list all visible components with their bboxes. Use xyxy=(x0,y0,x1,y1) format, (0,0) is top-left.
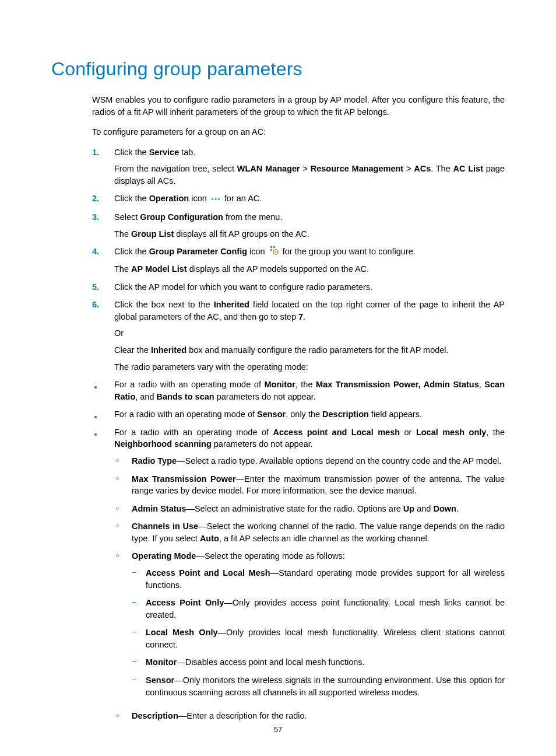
bold: Sensor xyxy=(146,676,174,685)
bold: Monitor xyxy=(265,380,295,389)
text: icon xyxy=(189,194,209,203)
text: The radio parameters vary with the opera… xyxy=(114,361,505,373)
svg-rect-3 xyxy=(270,246,272,248)
text: —Disables access point and local mesh fu… xyxy=(177,657,364,667)
circle-bullet-icon: ○ xyxy=(114,455,132,467)
text: , and xyxy=(135,392,156,401)
svg-rect-2 xyxy=(218,198,220,200)
text: . xyxy=(456,504,459,513)
list-item: For a radio with an operating mode of Mo… xyxy=(92,379,505,402)
step-6: 6. Click the box next to the Inherited f… xyxy=(92,299,505,373)
operating-modes-list: − Access Point and Local Mesh—Standard o… xyxy=(132,567,505,698)
bold: Radio Type xyxy=(132,456,177,466)
circle-bullet-icon: ○ xyxy=(114,520,132,544)
mode-notes-list: For a radio with an operating mode of Mo… xyxy=(92,379,505,728)
step-4: 4. Click the Group Parameter Config icon… xyxy=(92,246,505,275)
parameters-list: ○ Radio Type—Select a radio type. Availa… xyxy=(114,455,505,722)
intro-paragraph: WSM enables you to configure radio param… xyxy=(92,94,505,118)
bold: Local Mesh Only xyxy=(146,628,218,637)
bold: Admin Status xyxy=(132,504,186,513)
text: , the xyxy=(486,428,505,437)
bold: Auto xyxy=(200,534,219,543)
bold: Group Configuration xyxy=(140,212,223,222)
text: Click the xyxy=(114,148,149,157)
text: > xyxy=(300,164,311,173)
text: , only the xyxy=(286,410,322,419)
bold: AP Model List xyxy=(131,264,187,274)
text: From the navigation tree, select xyxy=(114,164,237,173)
circle-bullet-icon: ○ xyxy=(114,503,132,515)
steps-list: 1. Click the Service tab. From the navig… xyxy=(92,146,505,373)
step-2: 2. Click the Operation icon for an AC. xyxy=(92,192,505,205)
page-title: Configuring group parameters xyxy=(51,58,505,80)
body-text: WSM enables you to configure radio param… xyxy=(92,94,505,728)
step-number: 1. xyxy=(92,146,114,187)
text: icon xyxy=(247,247,268,256)
text: displays all fit AP groups on the AC. xyxy=(174,229,309,239)
text: and xyxy=(414,504,433,513)
list-item: − Local Mesh Only—Only provides local me… xyxy=(132,626,505,650)
bold: Max Transmission Power, Admin Status xyxy=(316,380,479,389)
list-item: ○ Channels in Use—Select the working cha… xyxy=(114,520,505,544)
list-item: ○ Description—Enter a description for th… xyxy=(114,710,505,722)
svg-point-7 xyxy=(275,251,276,253)
bold: ACs xyxy=(414,164,431,173)
list-item: − Access Point and Local Mesh—Standard o… xyxy=(132,567,505,591)
text: displays all the AP models supported on … xyxy=(187,264,369,274)
lead-paragraph: To configure parameters for a group on a… xyxy=(92,126,505,138)
list-item: − Access Point Only—Only provides access… xyxy=(132,597,505,621)
step-number: 4. xyxy=(92,246,114,275)
step-number: 6. xyxy=(92,299,114,373)
text: —Only monitors the wireless signals in t… xyxy=(146,676,505,697)
bold: Neighborhood scanning xyxy=(114,439,212,449)
list-item: − Sensor—Only monitors the wireless sign… xyxy=(132,674,505,698)
text: field appears. xyxy=(369,410,422,419)
text: . xyxy=(303,312,305,321)
bold: Down xyxy=(433,504,456,513)
text: Click the xyxy=(114,247,149,256)
text: parameters do not appear. xyxy=(212,439,313,449)
bold: Operating Mode xyxy=(132,551,196,561)
bullet-icon xyxy=(92,426,114,728)
bold: Up xyxy=(403,504,414,513)
step-3: 3. Select Group Configuration from the m… xyxy=(92,211,505,240)
step-number: 5. xyxy=(92,281,114,293)
bold: Bands to scan xyxy=(157,392,214,401)
bold: Access Point and Local Mesh xyxy=(146,568,270,578)
text: —Select an administrative state for the … xyxy=(186,504,403,513)
bold: Inherited xyxy=(151,345,186,355)
text: Click the box next to the xyxy=(114,300,214,309)
text: Click the AP model for which you want to… xyxy=(114,282,372,292)
circle-bullet-icon: ○ xyxy=(114,550,132,704)
text: tab. xyxy=(179,148,195,157)
more-dots-icon xyxy=(211,193,220,205)
step-5: 5. Click the AP model for which you want… xyxy=(92,281,505,293)
text: . The xyxy=(431,164,453,173)
bold: Monitor xyxy=(146,657,177,667)
or-text: Or xyxy=(114,327,505,340)
text: —Select a radio type. Available options … xyxy=(177,456,501,466)
text: —Enter a description for the radio. xyxy=(178,711,307,720)
text: box and manually configure the radio par… xyxy=(186,345,449,355)
text: from the menu. xyxy=(223,212,283,222)
dash-bullet-icon: − xyxy=(132,567,146,591)
bold: Description xyxy=(322,410,369,419)
list-item: ○ Operating Mode—Select the operating mo… xyxy=(114,550,505,704)
text: For a radio with an operating mode of xyxy=(114,380,265,389)
text: or xyxy=(400,428,416,437)
bold: Description xyxy=(132,711,178,720)
bold: Access Point Only xyxy=(146,598,224,607)
text: , the xyxy=(295,380,316,389)
step-number: 2. xyxy=(92,192,114,205)
text: Click the xyxy=(114,194,149,203)
bold: Group List xyxy=(131,229,174,239)
text: For a radio with an operating mode of xyxy=(114,410,257,419)
gear-icon xyxy=(269,246,279,258)
bold: Local mesh only xyxy=(416,428,486,437)
list-item: ○ Radio Type—Select a radio type. Availa… xyxy=(114,455,505,467)
list-item: For a radio with an operating mode of Se… xyxy=(92,408,505,421)
bold: Service xyxy=(149,148,180,157)
dash-bullet-icon: − xyxy=(132,597,146,621)
bullet-icon xyxy=(92,408,114,421)
text: The xyxy=(114,264,131,274)
